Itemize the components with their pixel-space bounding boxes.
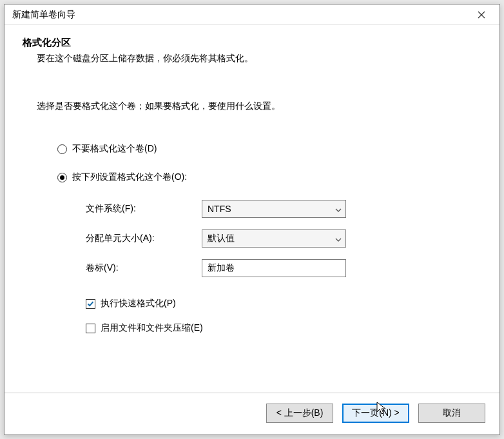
checkbox-icon — [86, 324, 95, 333]
content-area: 格式化分区 要在这个磁盘分区上储存数据，你必须先将其格式化。 选择是否要格式化这… — [5, 25, 499, 393]
close-icon — [478, 11, 485, 19]
button-bar: < 上一步(B) 下一页(N) > 取消 — [5, 393, 499, 434]
filesystem-label: 文件系统(F): — [86, 203, 202, 215]
radio-do-format[interactable]: 按下列设置格式化这个卷(O): — [57, 171, 481, 183]
volume-label-label: 卷标(V): — [86, 262, 202, 274]
allocation-label: 分配单元大小(A): — [86, 233, 202, 244]
checkbox-label: 启用文件和文件夹压缩(E) — [101, 322, 203, 334]
wizard-dialog: 新建简单卷向导 格式化分区 要在这个磁盘分区上储存数据，你必须先将其格式化。 选… — [4, 4, 500, 435]
volume-label-input[interactable] — [202, 259, 346, 277]
section-desc: 要在这个磁盘分区上储存数据，你必须先将其格式化。 — [37, 53, 481, 64]
titlebar: 新建简单卷向导 — [5, 5, 499, 25]
checkbox-icon — [86, 299, 95, 309]
section-title: 格式化分区 — [23, 37, 481, 49]
row-filesystem: 文件系统(F): NTFS — [86, 200, 481, 218]
next-button[interactable]: 下一页(N) > — [342, 404, 409, 423]
close-button[interactable] — [469, 6, 494, 24]
prompt-text: 选择是否要格式化这个卷；如果要格式化，要使用什么设置。 — [37, 101, 481, 112]
format-form: 文件系统(F): NTFS 分配单元大小(A): 默认值 卷标(V): — [86, 200, 481, 334]
options-group: 不要格式化这个卷(D) 按下列设置格式化这个卷(O): 文件系统(F): NTF… — [57, 143, 481, 334]
window-title: 新建简单卷向导 — [12, 9, 75, 21]
chevron-down-icon — [335, 204, 342, 214]
radio-no-format[interactable]: 不要格式化这个卷(D) — [57, 143, 481, 155]
filesystem-value: NTFS — [208, 204, 231, 214]
radio-icon — [57, 144, 67, 154]
back-button[interactable]: < 上一步(B) — [266, 404, 333, 423]
checkbox-quick-format[interactable]: 执行快速格式化(P) — [86, 298, 481, 309]
chevron-down-icon — [335, 233, 342, 244]
allocation-select[interactable]: 默认值 — [202, 229, 346, 248]
checkbox-label: 执行快速格式化(P) — [101, 298, 176, 309]
radio-icon — [57, 173, 67, 182]
check-icon — [87, 300, 94, 307]
radio-label: 不要格式化这个卷(D) — [72, 143, 157, 155]
row-allocation-unit: 分配单元大小(A): 默认值 — [86, 229, 481, 248]
allocation-value: 默认值 — [208, 233, 235, 244]
row-volume-label: 卷标(V): — [86, 259, 481, 277]
cancel-button[interactable]: 取消 — [418, 404, 485, 423]
radio-label: 按下列设置格式化这个卷(O): — [72, 171, 187, 183]
filesystem-select[interactable]: NTFS — [202, 200, 346, 218]
checkbox-compression[interactable]: 启用文件和文件夹压缩(E) — [86, 322, 481, 334]
